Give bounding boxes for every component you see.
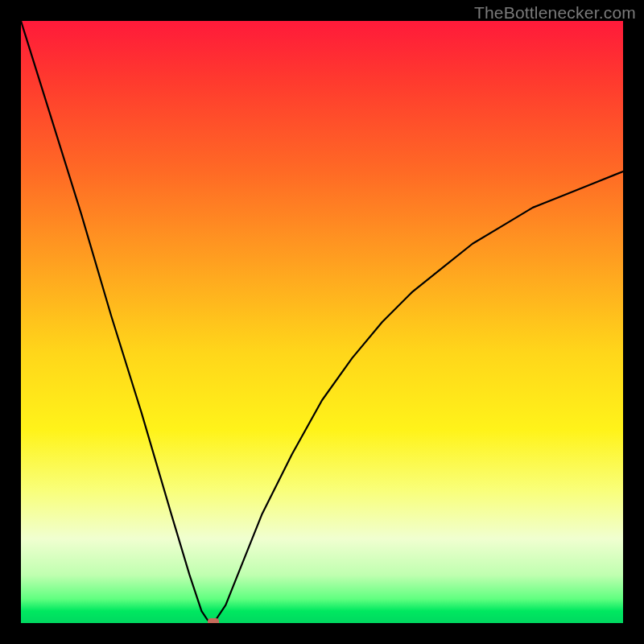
chart-curve-svg	[21, 21, 623, 623]
chart-frame	[21, 21, 623, 623]
optimal-point-marker	[208, 618, 219, 623]
watermark-text: TheBottlenecker.com	[474, 3, 636, 23]
bottleneck-curve-line	[21, 21, 623, 623]
